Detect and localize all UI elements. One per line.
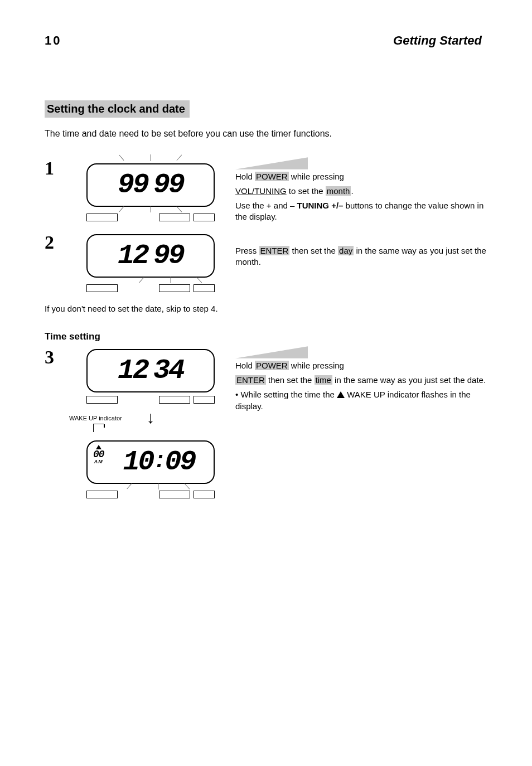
step-1-row: 1 ＼｜／ 9999 ＼｜／ Hold P xyxy=(45,157,487,226)
wakeup-indicator-label: WAKE UP indicator xyxy=(69,415,122,421)
tuning-button-box xyxy=(159,284,190,292)
day-label: day xyxy=(338,246,354,255)
lcd-display: 9999 xyxy=(86,163,215,207)
step-1-number: 1 xyxy=(45,157,72,178)
lcd-display: 1299 xyxy=(86,234,215,278)
button-row xyxy=(86,396,215,404)
button-row xyxy=(86,214,215,221)
power-button-box xyxy=(86,396,118,404)
wakeup-pointer xyxy=(93,424,104,432)
lcd-digits: 1299 xyxy=(118,242,183,270)
lcd-seconds: 00 xyxy=(93,450,104,459)
enter-button-box xyxy=(194,284,215,292)
step-2-text: Press ENTER then set the day in the same… xyxy=(229,231,487,272)
tuning-button-box xyxy=(159,396,190,404)
step-1-figure: ＼｜／ 9999 ＼｜／ xyxy=(72,157,229,221)
lcd-am-indicator: AM xyxy=(93,459,104,464)
power-button-box xyxy=(86,214,118,221)
button-row xyxy=(86,491,215,498)
volume-wedge-icon xyxy=(235,157,308,169)
step-2-number: 2 xyxy=(45,231,72,252)
lcd-digits: 1234 xyxy=(118,357,183,385)
lcd-digits: 9999 xyxy=(118,171,183,199)
month-label: month xyxy=(326,186,351,196)
triangle-up-icon xyxy=(337,391,345,398)
section-heading: Setting the clock and date xyxy=(45,100,190,118)
manual-page: 10 Getting Started Setting the clock and… xyxy=(0,0,532,766)
vol-tuning-label: VOL/TUNING xyxy=(235,186,287,196)
power-button-box xyxy=(86,284,118,292)
volume-wedge-icon xyxy=(235,346,308,358)
button-row xyxy=(86,284,215,292)
flash-marks: ＼｜／ xyxy=(126,485,191,488)
page-content: Setting the clock and date The time and … xyxy=(45,100,487,432)
lcd-display: 1234 xyxy=(86,349,215,392)
enter-button-box xyxy=(194,214,215,221)
step-3-bullet: While setting the time the WAKE UP indic… xyxy=(235,389,487,412)
power-label: POWER xyxy=(255,361,289,370)
power-label: POWER xyxy=(255,172,289,181)
flash-marks: ＼｜／ xyxy=(118,208,183,211)
lcd-wakeup-wrapper: 00 AM 10:09 xyxy=(86,432,215,484)
step-3-number: 3 xyxy=(45,346,72,367)
lcd-display: 00 AM 10:09 xyxy=(86,440,215,484)
enter-button-box xyxy=(194,491,215,498)
arrow-down-icon: ↓ xyxy=(147,408,155,427)
step-3-figure: 1234 ↓ 00 AM xyxy=(72,346,229,432)
time-setting-heading: Time setting xyxy=(45,331,487,342)
lcd-small-block: 00 AM xyxy=(93,445,104,464)
tuning-button-box xyxy=(159,491,190,498)
flash-marks: ＼｜／ xyxy=(138,279,203,282)
step-1-text: Hold POWER while pressing VOL/TUNING to … xyxy=(229,157,487,226)
tuning-plus-minus-label: TUNING +/– xyxy=(297,201,344,210)
tuning-button-box xyxy=(159,214,190,221)
flash-marks: ＼｜／ xyxy=(118,156,183,159)
step-3-row: 3 1234 ↓ xyxy=(45,346,487,432)
intro-text: The time and date need to be set before … xyxy=(45,128,487,140)
step-3-text: Hold POWER while pressing ENTER then set… xyxy=(229,346,487,415)
page-title: Getting Started xyxy=(393,33,482,48)
skip-note: If you don't need to set the date, skip … xyxy=(45,303,487,314)
enter-button-box xyxy=(194,396,215,404)
enter-label: ENTER xyxy=(259,246,290,255)
lcd-digits: 10:09 xyxy=(123,448,195,476)
power-button-box xyxy=(86,491,118,498)
step-2-figure: 1299 ＼｜／ xyxy=(72,231,229,292)
step-2-row: 2 1299 ＼｜／ Press ENTER then set the da xyxy=(45,231,487,292)
page-number: 10 xyxy=(45,33,61,48)
time-label: time xyxy=(315,375,332,385)
enter-label: ENTER xyxy=(235,375,266,385)
